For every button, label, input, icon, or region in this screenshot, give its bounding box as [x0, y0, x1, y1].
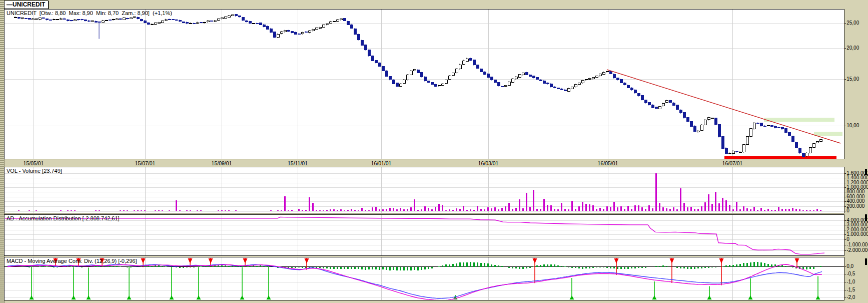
volume-header: VOL - Volume [23.749]: [7, 168, 62, 174]
ad-chart[interactable]: [5, 215, 844, 255]
minimize-icon: —: [7, 1, 13, 8]
volume-panel[interactable]: VOL - Volume [23.749]: [4, 167, 844, 213]
date-label: 15/07/01: [128, 160, 163, 166]
tab-label: UNICREDIT: [13, 1, 45, 8]
date-label: 16/05/01: [590, 160, 625, 166]
macd-panel[interactable]: MACD - Moving Average Conv. Div. (12,26,…: [4, 257, 844, 300]
date-label: 16/07/01: [715, 160, 750, 166]
volume-chart[interactable]: [5, 167, 844, 213]
date-label: 15/09/01: [204, 160, 239, 166]
axis-tick-label: - 0: [844, 236, 849, 242]
price-header: UNICREDIT [Otw.: 8,80 Max: 8,90 Min: 8,7…: [7, 10, 172, 16]
axis-tick-label: - 15,00: [844, 76, 859, 82]
axis-tick-label: - 20,00: [844, 45, 859, 51]
date-label: 16/03/01: [471, 160, 506, 166]
date-label: 16/01/01: [364, 160, 399, 166]
axis-tick-label: - -2.000.000: [844, 247, 868, 253]
date-axis: 15/05/0115/07/0115/09/0115/11/0116/01/01…: [4, 159, 844, 167]
axis-tick-label: - -1,5: [844, 287, 855, 292]
axis-tick-label: - -0,5: [844, 271, 855, 276]
axis-tick-label: - 25,00: [844, 20, 859, 26]
axis-tick-label: - 0,0: [844, 263, 853, 269]
panel-resize-handle[interactable]: [865, 214, 867, 221]
ad-panel[interactable]: AD - Accumulation Distribution [-2.808.7…: [4, 214, 844, 256]
panel-resize-handle[interactable]: [865, 258, 867, 265]
macd-header: MACD - Moving Average Conv. Div. (12,26,…: [7, 258, 137, 264]
axis-tick-label: - 0: [844, 208, 849, 213]
panel-resize-handle[interactable]: [865, 169, 867, 175]
date-label: 15/05/01: [16, 160, 51, 166]
price-panel[interactable]: UNICREDIT [Otw.: 8,80 Max: 8,90 Min: 8,7…: [4, 9, 844, 159]
value-axis: - 25,00- 20,00- 15,00- 10,00- 1.600.000-…: [844, 0, 868, 303]
axis-tick-label: - -2,0: [844, 294, 855, 300]
axis-tick-label: - -1.000.000: [844, 242, 868, 247]
axis-tick-label: - 10,00: [844, 123, 859, 128]
app-window: —UNICREDIT UNICREDIT [Otw.: 8,80 Max: 8,…: [0, 0, 868, 303]
ad-header: AD - Accumulation Distribution [-2.808.7…: [7, 215, 120, 221]
candlestick-chart[interactable]: [5, 10, 844, 159]
axis-tick-label: - -1,0: [844, 279, 855, 284]
date-label: 15/11/01: [280, 160, 315, 166]
window-tab-unicredit[interactable]: —UNICREDIT: [4, 1, 49, 9]
